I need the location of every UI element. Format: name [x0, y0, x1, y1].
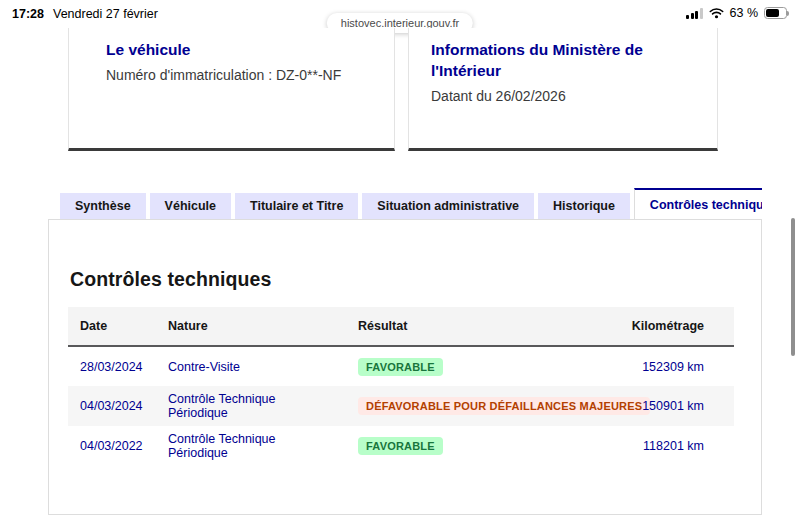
column-header-nature: Nature — [156, 307, 346, 346]
battery-icon — [764, 7, 787, 19]
card-vehicule: Le véhicule Numéro d'immatriculation : D… — [68, 28, 395, 151]
result-badge: FAVORABLE — [358, 437, 443, 455]
scrollbar[interactable] — [791, 218, 795, 356]
cell-result: FAVORABLE — [346, 426, 596, 466]
cellular-signal-icon — [686, 8, 703, 19]
card-ministere: Informations du Ministère de l'Intérieur… — [408, 28, 718, 151]
tab-synthese[interactable]: Synthèse — [60, 193, 146, 220]
tab-controles-techniques[interactable]: Contrôles techniques — [634, 188, 762, 220]
table-row: 04/03/2024Contrôle Technique PériodiqueD… — [68, 386, 734, 426]
table-row: 04/03/2022Contrôle Technique PériodiqueF… — [68, 426, 734, 466]
card-vehicule-plate: Numéro d'immatriculation : DZ-0**-NF — [106, 65, 374, 85]
card-ministere-date: Datant du 26/02/2026 — [431, 86, 672, 106]
column-header-date: Date — [68, 307, 156, 346]
tab-list: SynthèseVéhiculeTitulaire et TitreSituat… — [60, 188, 762, 220]
wifi-icon — [709, 7, 724, 19]
cell-result: DÉFAVORABLE POUR DÉFAILLANCES MAJEURES — [346, 386, 596, 426]
status-date: Vendredi 27 février — [53, 7, 158, 21]
card-ministere-title: Informations du Ministère de l'Intérieur — [431, 39, 672, 81]
column-header-resultat: Résultat — [346, 307, 596, 346]
card-vehicule-title: Le véhicule — [106, 39, 374, 60]
inspections-table: DateNatureRésultatKilométrage 28/03/2024… — [68, 307, 734, 466]
cell-kilometrage: 152309 km — [596, 346, 734, 386]
result-badge: DÉFAVORABLE POUR DÉFAILLANCES MAJEURES — [358, 397, 650, 415]
tab-titulaire-et-titre[interactable]: Titulaire et Titre — [235, 193, 358, 220]
clock: 17:28 — [12, 7, 44, 21]
result-badge: FAVORABLE — [358, 358, 443, 376]
tab-situation-administrative[interactable]: Situation administrative — [362, 193, 534, 220]
controles-techniques-panel: Contrôles techniques DateNatureRésultatK… — [48, 219, 762, 515]
page-title: Contrôles techniques — [70, 268, 761, 291]
column-header-kilometrage: Kilométrage — [596, 307, 734, 346]
tab-vehicule[interactable]: Véhicule — [150, 193, 231, 220]
cell-nature: Contrôle Technique Périodique — [156, 386, 346, 426]
tab-historique[interactable]: Historique — [538, 193, 630, 220]
table-row: 28/03/2024Contre-VisiteFAVORABLE152309 k… — [68, 346, 734, 386]
battery-percent: 63 % — [730, 6, 759, 20]
cell-date: 04/03/2022 — [68, 426, 156, 466]
cell-date: 04/03/2024 — [68, 386, 156, 426]
cell-nature: Contre-Visite — [156, 346, 346, 386]
cell-nature: Contrôle Technique Périodique — [156, 426, 346, 466]
cell-date: 28/03/2024 — [68, 346, 156, 386]
cell-result: FAVORABLE — [346, 346, 596, 386]
cell-kilometrage: 118201 km — [596, 426, 734, 466]
